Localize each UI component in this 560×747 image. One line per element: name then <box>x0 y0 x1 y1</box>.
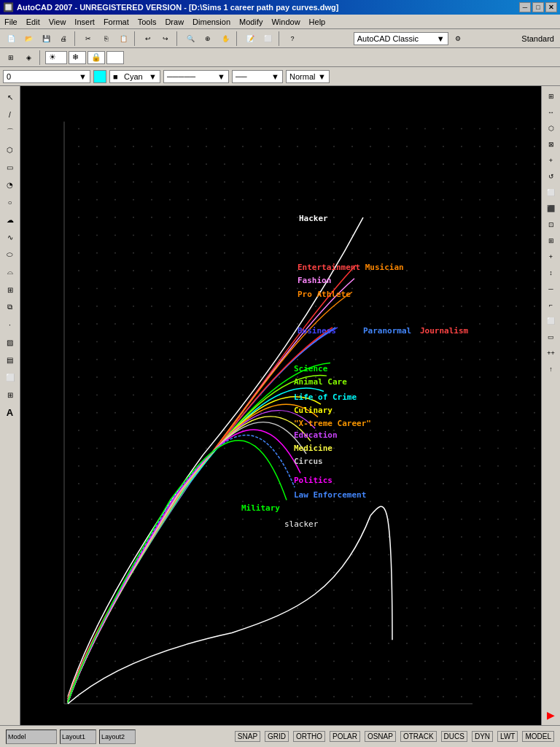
ellipse-arc-button[interactable]: ⌓ <box>2 264 18 280</box>
layout2-tab[interactable]: Layout2 <box>99 729 136 744</box>
revision-cloud-button[interactable]: ☁ <box>2 212 18 228</box>
svg-point-538 <box>370 306 371 307</box>
layout1-tab[interactable]: Layout1 <box>60 729 96 744</box>
rt-btn-13[interactable]: ─ <box>544 282 559 296</box>
spline-button[interactable]: ∿ <box>2 229 18 245</box>
rt-btn-14[interactable]: ⌐ <box>544 298 559 312</box>
menu-tools[interactable]: Tools <box>133 16 161 28</box>
ellipse-button[interactable]: ⬭ <box>2 247 18 263</box>
table-button[interactable]: ⊞ <box>2 387 18 403</box>
rt-btn-16[interactable]: ▭ <box>544 330 559 344</box>
layer-mgr-button[interactable]: ⊞ <box>3 50 19 65</box>
zoom-realtime-button[interactable]: ⊕ <box>200 31 216 46</box>
dyn-toggle[interactable]: DYN <box>472 731 493 742</box>
snap-toggle[interactable]: SNAP <box>235 731 260 742</box>
rt-btn-10[interactable]: ⊞ <box>544 233 559 248</box>
maximize-button[interactable]: □ <box>532 2 544 12</box>
menu-insert[interactable]: Insert <box>70 16 99 28</box>
ducs-toggle[interactable]: DUCS <box>441 731 467 742</box>
workspace-settings-button[interactable]: ⚙ <box>450 31 466 46</box>
rt-btn-4[interactable]: ⊠ <box>544 137 559 152</box>
undo-button[interactable]: ↩ <box>140 31 156 46</box>
menu-dimension[interactable]: Dimension <box>188 16 235 28</box>
polar-toggle[interactable]: POLAR <box>330 731 360 742</box>
rt-btn-8[interactable]: ⬛ <box>544 201 559 216</box>
menu-window[interactable]: Window <box>267 16 304 28</box>
help-button[interactable]: ? <box>284 31 300 46</box>
menu-help[interactable]: Help <box>305 16 330 28</box>
svg-point-555 <box>370 607 371 608</box>
rt-btn-bottom[interactable]: ▶ <box>544 708 559 722</box>
pick-button[interactable]: ↖ <box>2 89 18 105</box>
rectangle-button[interactable]: ▭ <box>2 159 18 175</box>
svg-point-783 <box>497 554 499 555</box>
rt-btn-17[interactable]: ++ <box>544 346 559 360</box>
hatch-button[interactable]: ▨ <box>2 334 18 350</box>
rt-btn-6[interactable]: ↺ <box>544 169 559 184</box>
linetype-dropdown[interactable]: ───── ▼ <box>163 70 229 83</box>
new-button[interactable]: 📄 <box>3 31 19 46</box>
point-button[interactable]: · <box>2 317 18 333</box>
make-block-button[interactable]: ⧉ <box>2 299 18 315</box>
rt-btn-15[interactable]: ⬜ <box>544 314 559 328</box>
cut-button[interactable]: ✂ <box>80 31 96 46</box>
rt-btn-9[interactable]: ⊡ <box>544 217 559 232</box>
menu-modify[interactable]: Modify <box>235 16 267 28</box>
rt-btn-12[interactable]: ↕ <box>544 266 559 280</box>
menu-view[interactable]: View <box>44 16 71 28</box>
otrack-toggle[interactable]: OTRACK <box>400 731 437 742</box>
save-button[interactable]: 💾 <box>38 31 54 46</box>
redo-button[interactable]: ↪ <box>158 31 174 46</box>
minimize-button[interactable]: ─ <box>519 2 531 12</box>
plotstyle-dropdown[interactable]: Normal ▼ <box>286 70 330 83</box>
layer-color-dropdown[interactable] <box>106 51 124 64</box>
region-button[interactable]: ⬜ <box>2 369 18 385</box>
properties-button[interactable]: 📝 <box>242 31 258 46</box>
polygon-button[interactable]: ⬡ <box>2 142 18 158</box>
layer-freeze-dropdown[interactable]: ❄ <box>69 51 86 64</box>
multiline-text-button[interactable]: A <box>2 404 18 420</box>
svg-point-752 <box>479 589 481 591</box>
arc-button[interactable]: ◔ <box>2 177 18 193</box>
ortho-toggle[interactable]: ORTHO <box>293 731 325 742</box>
copy-button[interactable]: ⎘ <box>98 31 114 46</box>
gradient-button[interactable]: ▤ <box>2 352 18 368</box>
polyline-button[interactable]: ⌒ <box>2 124 18 140</box>
model-toggle[interactable]: MODEL <box>522 731 554 742</box>
workspace-dropdown[interactable]: AutoCAD Classic ▼ <box>354 32 448 45</box>
rt-btn-18[interactable]: ↑ <box>544 362 559 376</box>
rt-btn-2[interactable]: ↔ <box>544 105 559 120</box>
zoom-window-button[interactable]: 🔍 <box>182 31 198 46</box>
layer-dropdown[interactable]: 0 ▼ <box>3 70 90 83</box>
insert-block-button[interactable]: ⊞ <box>2 282 18 298</box>
drawing-canvas[interactable]: /* dots rendered below */ // Will be gen… <box>20 86 541 725</box>
rt-btn-5[interactable]: + <box>544 153 559 168</box>
close-button[interactable]: ✕ <box>545 2 557 12</box>
rt-btn-7[interactable]: ⬜ <box>544 185 559 200</box>
grid-toggle[interactable]: GRID <box>265 731 289 742</box>
rt-btn-1[interactable]: ⊞ <box>544 89 559 104</box>
rt-btn-11[interactable]: + <box>544 249 559 264</box>
circle-button[interactable]: ○ <box>2 194 18 210</box>
line-button[interactable]: / <box>2 107 18 123</box>
layer-color-btn[interactable] <box>93 70 106 83</box>
menu-draw[interactable]: Draw <box>160 16 188 28</box>
paste-button[interactable]: 📋 <box>115 31 131 46</box>
layer-iso-button[interactable]: ◈ <box>20 50 36 65</box>
lineweight-dropdown[interactable]: ── ▼ <box>232 70 283 83</box>
matchprop-button[interactable]: ⬜ <box>260 31 276 46</box>
color-dropdown[interactable]: ■ Cyan ▼ <box>109 70 160 83</box>
osnap-toggle[interactable]: OSNAP <box>365 731 396 742</box>
menu-edit[interactable]: Edit <box>22 16 44 28</box>
pan-button[interactable]: ✋ <box>217 31 233 46</box>
open-button[interactable]: 📂 <box>20 31 36 46</box>
layer-lock-dropdown[interactable]: 🔒 <box>88 51 105 64</box>
menu-format[interactable]: Format <box>99 16 133 28</box>
layer-vis-dropdown[interactable]: ☀ <box>45 51 67 64</box>
lw-toggle[interactable]: LWT <box>497 731 518 742</box>
menu-file[interactable]: File <box>0 16 22 28</box>
model-tab[interactable]: Model <box>6 729 57 744</box>
rt-btn-3[interactable]: ⬡ <box>544 121 559 136</box>
plot-button[interactable]: 🖨 <box>55 31 71 46</box>
svg-point-303 <box>242 234 244 236</box>
